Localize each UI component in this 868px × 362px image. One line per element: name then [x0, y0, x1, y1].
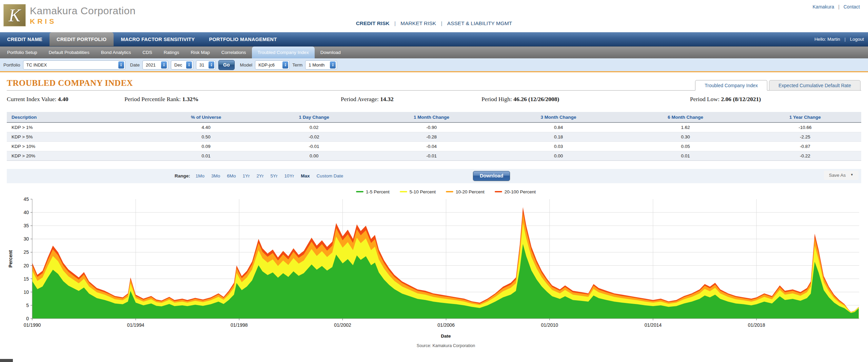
month-select-value: Dec — [174, 62, 182, 68]
date-label: Date — [130, 62, 140, 68]
tab-macro-factor-sensitivity[interactable]: MACRO FACTOR SENSITIVITY — [114, 32, 202, 46]
range-3mo[interactable]: 3Mo — [211, 173, 220, 178]
download-button[interactable]: Download — [473, 171, 510, 181]
svg-text:35: 35 — [23, 223, 29, 228]
save-as-label: Save As — [829, 173, 846, 178]
subnav-bond-analytics[interactable]: Bond Analytics — [95, 46, 137, 58]
svg-text:10: 10 — [23, 289, 29, 294]
row-desc: KDP > 5% — [7, 132, 152, 141]
svg-text:45: 45 — [23, 196, 29, 202]
subnav-portfolio-setup[interactable]: Portfolio Setup — [1, 46, 43, 58]
logo-letter: K — [9, 5, 21, 25]
nav-market-risk[interactable]: MARKET RISK — [400, 20, 436, 26]
sub-nav: Portfolio Setup Default Probabilities Bo… — [0, 46, 868, 58]
stat-period-average: Period Average: 14.32 — [341, 96, 394, 103]
select-stepper-icon: ▲▼ — [186, 61, 192, 69]
stat-period-percentile-rank: Period Percentile Rank: 1.32% — [124, 96, 199, 103]
horizontal-scrollbar[interactable] — [0, 359, 13, 362]
stat-label: Period Low: — [690, 96, 719, 102]
table-row: KDP > 1% 4.40 0.02 -0.90 0.84 1.62 -10.6… — [7, 122, 861, 132]
model-select[interactable]: KDP-jc6 ▲▼ — [255, 60, 290, 70]
subnav-correlations[interactable]: Correlations — [216, 46, 252, 58]
company-name: Kamakura Corporation — [30, 5, 136, 17]
legend-10-20-percent[interactable]: 10-20 Percent — [446, 189, 485, 194]
header-link-separator: | — [838, 4, 840, 9]
range-custom-date[interactable]: Custom Date — [316, 173, 343, 178]
svg-text:01/1994: 01/1994 — [127, 322, 144, 328]
year-select-value: 2021 — [146, 62, 156, 68]
kamakura-logo-icon: K — [3, 4, 26, 26]
tab-portfolio-management[interactable]: PORTFOLIO MANAGEMENT — [202, 32, 284, 46]
legend-20-100-percent[interactable]: 20-100 Percent — [495, 189, 536, 194]
cell: -0.87 — [749, 141, 861, 151]
svg-text:01/1990: 01/1990 — [24, 322, 41, 328]
svg-text:01/2018: 01/2018 — [748, 322, 765, 328]
day-select-value: 31 — [199, 62, 204, 68]
x-axis-title: Date — [7, 334, 861, 339]
stat-label: Period Average: — [341, 96, 379, 102]
header-links: Kamakura | Contact — [810, 4, 863, 9]
svg-text:Percent: Percent — [8, 250, 13, 267]
cell: 0.02 — [260, 122, 368, 132]
tab-credit-portfolio[interactable]: CREDIT PORTFOLIO — [50, 32, 114, 46]
subnav-troubled-company-index[interactable]: Troubled Company Index — [252, 46, 315, 58]
range-6mo[interactable]: 6Mo — [227, 173, 236, 178]
portfolio-label: Portfolio — [3, 62, 20, 68]
go-button[interactable]: Go — [218, 60, 234, 70]
subnav-cds[interactable]: CDS — [137, 46, 158, 58]
logout-link[interactable]: Logout — [850, 37, 864, 42]
svg-text:20: 20 — [23, 263, 29, 268]
portfolio-select[interactable]: TC INDEX ▲▼ — [23, 60, 125, 70]
svg-text:25: 25 — [23, 249, 29, 255]
view-tabs: Troubled Company Index Expected Cumulati… — [695, 80, 861, 91]
term-select[interactable]: 1 Month ▲▼ — [305, 60, 337, 70]
svg-text:5: 5 — [26, 302, 29, 308]
subnav-risk-map[interactable]: Risk Map — [185, 46, 216, 58]
cell: 0.18 — [495, 132, 622, 141]
range-2yr[interactable]: 2Yr — [257, 173, 264, 178]
range-1mo[interactable]: 1Mo — [196, 173, 204, 178]
cell: -0.01 — [260, 141, 368, 151]
tab-troubled-company-index[interactable]: Troubled Company Index — [695, 80, 767, 91]
col-description: Description — [7, 112, 152, 122]
user-greeting: Hello: Martin — [814, 37, 840, 42]
nav-asset-liability-mgmt[interactable]: ASSET & LIABILITY MGMT — [447, 20, 512, 26]
tab-credit-name[interactable]: CREDIT NAME — [0, 32, 50, 46]
kamakura-logo[interactable]: K Kamakura Corporation KRIS — [3, 4, 136, 26]
kamakura-link[interactable]: Kamakura — [813, 4, 834, 9]
cell: -0.04 — [368, 141, 495, 151]
main-nav: CREDIT NAME CREDIT PORTFOLIO MACRO FACTO… — [0, 32, 868, 46]
subnav-default-probabilities[interactable]: Default Probabilities — [43, 46, 95, 58]
col-3month: 3 Month Change — [495, 112, 622, 122]
save-as-button[interactable]: Save As ▼ — [824, 171, 859, 180]
contact-link[interactable]: Contact — [844, 4, 860, 9]
chart-legend: 1-5 Percent 5-10 Percent 10-20 Percent 2… — [7, 189, 861, 194]
cell: 0.50 — [152, 132, 260, 141]
range-1yr[interactable]: 1Yr — [243, 173, 250, 178]
day-select[interactable]: 31 ▲▼ — [196, 60, 216, 70]
range-5yr[interactable]: 5Yr — [271, 173, 278, 178]
tab-expected-cumulative-default-rate[interactable]: Expected Cumulative Default Rate — [769, 80, 861, 91]
nav-credit-risk[interactable]: CREDIT RISK — [356, 20, 390, 26]
legend-1-5-percent[interactable]: 1-5 Percent — [356, 189, 390, 194]
legend-5-10-percent[interactable]: 5-10 Percent — [400, 189, 436, 194]
product-name: KRIS — [30, 17, 136, 25]
range-10yr[interactable]: 10Yr — [284, 173, 294, 178]
col-1year: 1 Year Change — [749, 112, 861, 122]
model-label: Model — [240, 62, 253, 68]
month-select[interactable]: Dec ▲▼ — [171, 60, 193, 70]
subnav-ratings[interactable]: Ratings — [158, 46, 185, 58]
cell: 0.84 — [495, 122, 622, 132]
kdp-summary-table: Description % of Universe 1 Day Change 1… — [7, 112, 861, 161]
svg-text:40: 40 — [23, 210, 29, 215]
year-select[interactable]: 2021 ▲▼ — [142, 60, 168, 70]
select-stepper-icon: ▲▼ — [118, 61, 124, 69]
legend-label: 20-100 Percent — [505, 189, 536, 194]
table-row: KDP > 20% 0.01 0.00 -0.01 0.00 0.01 -0.2… — [7, 151, 861, 160]
stat-period-low: Period Low: 2.06 (8/12/2021) — [690, 96, 761, 103]
subnav-download[interactable]: Download — [315, 46, 347, 58]
stat-value: 46.26 (12/26/2008) — [513, 96, 559, 102]
cell: -0.22 — [749, 151, 861, 160]
range-max[interactable]: Max — [301, 173, 310, 178]
select-stepper-icon: ▲▼ — [330, 61, 336, 69]
